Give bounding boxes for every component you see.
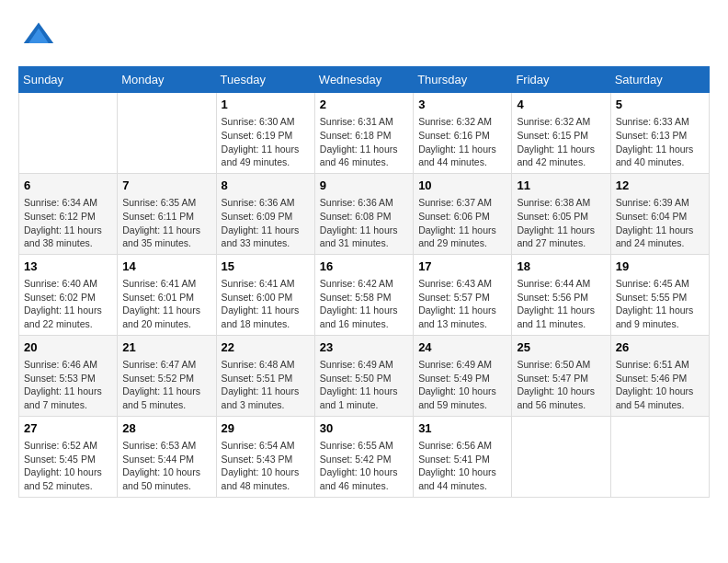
day-info: Sunrise: 6:36 AMSunset: 6:09 PMDaylight:… [222,196,310,250]
calendar-cell: 1Sunrise: 6:30 AMSunset: 6:19 PMDaylight… [216,93,314,174]
calendar-cell: 30Sunrise: 6:55 AMSunset: 5:42 PMDayligh… [314,416,413,497]
day-info: Sunrise: 6:33 AMSunset: 6:13 PMDaylight:… [616,115,704,169]
weekday-header-friday: Friday [512,67,610,93]
logo-icon [22,18,55,52]
day-number: 19 [616,259,704,275]
page-header [18,18,710,52]
day-number: 23 [320,339,408,356]
calendar-week-row: 1Sunrise: 6:30 AMSunset: 6:19 PMDaylight… [19,93,710,174]
day-info: Sunrise: 6:49 AMSunset: 5:49 PMDaylight:… [418,358,506,412]
day-info: Sunrise: 6:42 AMSunset: 5:58 PMDaylight:… [320,277,408,331]
day-info: Sunrise: 6:54 AMSunset: 5:43 PMDaylight:… [222,439,310,493]
day-info: Sunrise: 6:47 AMSunset: 5:52 PMDaylight:… [122,358,210,412]
day-number: 7 [122,178,210,194]
logo [18,18,55,52]
calendar-cell: 13Sunrise: 6:40 AMSunset: 6:02 PMDayligh… [19,254,118,335]
day-number: 14 [122,259,210,275]
day-info: Sunrise: 6:43 AMSunset: 5:57 PMDaylight:… [418,277,506,331]
day-info: Sunrise: 6:41 AMSunset: 6:01 PMDaylight:… [122,277,210,331]
day-number: 8 [222,178,310,194]
day-number: 25 [517,339,605,356]
day-info: Sunrise: 6:41 AMSunset: 6:00 PMDaylight:… [222,277,310,331]
day-info: Sunrise: 6:40 AMSunset: 6:02 PMDaylight:… [24,277,112,331]
calendar-header-row: SundayMondayTuesdayWednesdayThursdayFrid… [19,67,710,93]
day-number: 2 [320,97,408,113]
day-info: Sunrise: 6:35 AMSunset: 6:11 PMDaylight:… [122,196,210,250]
calendar-cell: 11Sunrise: 6:38 AMSunset: 6:05 PMDayligh… [512,173,610,254]
day-number: 3 [418,97,506,113]
day-number: 10 [418,178,506,194]
calendar-cell: 2Sunrise: 6:31 AMSunset: 6:18 PMDaylight… [314,93,413,174]
day-info: Sunrise: 6:56 AMSunset: 5:41 PMDaylight:… [418,439,506,493]
day-info: Sunrise: 6:32 AMSunset: 6:16 PMDaylight:… [418,115,506,169]
day-info: Sunrise: 6:39 AMSunset: 6:04 PMDaylight:… [616,196,704,250]
day-info: Sunrise: 6:44 AMSunset: 5:56 PMDaylight:… [517,277,605,331]
day-info: Sunrise: 6:34 AMSunset: 6:12 PMDaylight:… [24,196,112,250]
weekday-header-wednesday: Wednesday [314,67,413,93]
calendar-cell: 29Sunrise: 6:54 AMSunset: 5:43 PMDayligh… [216,416,314,497]
day-info: Sunrise: 6:37 AMSunset: 6:06 PMDaylight:… [418,196,506,250]
calendar-cell: 19Sunrise: 6:45 AMSunset: 5:55 PMDayligh… [610,254,709,335]
calendar-cell: 20Sunrise: 6:46 AMSunset: 5:53 PMDayligh… [19,335,118,416]
day-info: Sunrise: 6:49 AMSunset: 5:50 PMDaylight:… [320,358,408,412]
day-info: Sunrise: 6:50 AMSunset: 5:47 PMDaylight:… [517,358,605,412]
day-number: 31 [418,420,506,437]
calendar-cell: 23Sunrise: 6:49 AMSunset: 5:50 PMDayligh… [314,335,413,416]
day-number: 13 [24,259,112,275]
calendar-cell: 22Sunrise: 6:48 AMSunset: 5:51 PMDayligh… [216,335,314,416]
day-number: 29 [222,420,310,437]
calendar-cell [118,93,216,174]
day-number: 21 [122,339,210,356]
day-info: Sunrise: 6:48 AMSunset: 5:51 PMDaylight:… [222,358,310,412]
day-number: 17 [418,259,506,275]
day-number: 16 [320,259,408,275]
calendar-cell: 27Sunrise: 6:52 AMSunset: 5:45 PMDayligh… [19,416,118,497]
weekday-header-thursday: Thursday [414,67,512,93]
day-info: Sunrise: 6:51 AMSunset: 5:46 PMDaylight:… [616,358,704,412]
day-number: 12 [616,178,704,194]
day-number: 15 [222,259,310,275]
calendar-cell: 3Sunrise: 6:32 AMSunset: 6:16 PMDaylight… [414,93,512,174]
day-info: Sunrise: 6:45 AMSunset: 5:55 PMDaylight:… [616,277,704,331]
calendar-week-row: 6Sunrise: 6:34 AMSunset: 6:12 PMDaylight… [19,173,710,254]
calendar-cell: 5Sunrise: 6:33 AMSunset: 6:13 PMDaylight… [610,93,709,174]
calendar-cell: 18Sunrise: 6:44 AMSunset: 5:56 PMDayligh… [512,254,610,335]
calendar-cell: 28Sunrise: 6:53 AMSunset: 5:44 PMDayligh… [118,416,216,497]
calendar-cell: 8Sunrise: 6:36 AMSunset: 6:09 PMDaylight… [216,173,314,254]
day-number: 20 [24,339,112,356]
day-info: Sunrise: 6:46 AMSunset: 5:53 PMDaylight:… [24,358,112,412]
calendar-cell: 9Sunrise: 6:36 AMSunset: 6:08 PMDaylight… [314,173,413,254]
calendar-cell [610,416,709,497]
day-info: Sunrise: 6:32 AMSunset: 6:15 PMDaylight:… [517,115,605,169]
day-info: Sunrise: 6:55 AMSunset: 5:42 PMDaylight:… [320,439,408,493]
day-number: 5 [616,97,704,113]
calendar-cell [512,416,610,497]
calendar-cell: 16Sunrise: 6:42 AMSunset: 5:58 PMDayligh… [314,254,413,335]
day-number: 27 [24,420,112,437]
calendar-cell: 31Sunrise: 6:56 AMSunset: 5:41 PMDayligh… [414,416,512,497]
calendar-cell: 25Sunrise: 6:50 AMSunset: 5:47 PMDayligh… [512,335,610,416]
calendar-cell: 6Sunrise: 6:34 AMSunset: 6:12 PMDaylight… [19,173,118,254]
day-info: Sunrise: 6:36 AMSunset: 6:08 PMDaylight:… [320,196,408,250]
calendar-cell: 21Sunrise: 6:47 AMSunset: 5:52 PMDayligh… [118,335,216,416]
weekday-header-saturday: Saturday [610,67,709,93]
day-number: 26 [616,339,704,356]
day-number: 1 [222,97,310,113]
calendar-cell: 14Sunrise: 6:41 AMSunset: 6:01 PMDayligh… [118,254,216,335]
day-number: 9 [320,178,408,194]
day-info: Sunrise: 6:30 AMSunset: 6:19 PMDaylight:… [222,115,310,169]
calendar-cell: 4Sunrise: 6:32 AMSunset: 6:15 PMDaylight… [512,93,610,174]
calendar-table: SundayMondayTuesdayWednesdayThursdayFrid… [18,66,710,498]
calendar-cell: 10Sunrise: 6:37 AMSunset: 6:06 PMDayligh… [414,173,512,254]
day-number: 22 [222,339,310,356]
calendar-cell [19,93,118,174]
day-info: Sunrise: 6:53 AMSunset: 5:44 PMDaylight:… [122,439,210,493]
calendar-week-row: 20Sunrise: 6:46 AMSunset: 5:53 PMDayligh… [19,335,710,416]
calendar-cell: 26Sunrise: 6:51 AMSunset: 5:46 PMDayligh… [610,335,709,416]
weekday-header-sunday: Sunday [19,67,118,93]
day-number: 30 [320,420,408,437]
calendar-cell: 15Sunrise: 6:41 AMSunset: 6:00 PMDayligh… [216,254,314,335]
day-number: 4 [517,97,605,113]
day-info: Sunrise: 6:31 AMSunset: 6:18 PMDaylight:… [320,115,408,169]
calendar-week-row: 13Sunrise: 6:40 AMSunset: 6:02 PMDayligh… [19,254,710,335]
